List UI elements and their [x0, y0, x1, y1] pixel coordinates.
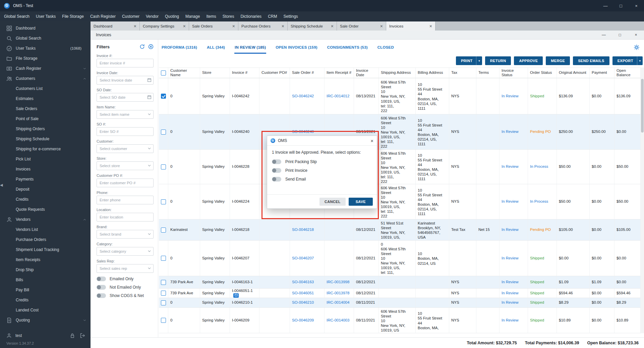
sidebar-item-pick-list[interactable]: Pick List [0, 154, 91, 164]
doc-tab-sale-orders[interactable]: Sale Orders× [189, 21, 238, 31]
menu-settings[interactable]: Settings [283, 14, 298, 19]
modal-option-send-email[interactable]: Send Email [272, 177, 372, 182]
close-tab-icon[interactable]: × [183, 24, 186, 29]
column-header-item-receipt[interactable]: Item Receipt # [325, 68, 354, 78]
column-header-tax[interactable]: Tax [449, 68, 476, 78]
doc-tab-sale-order[interactable]: Sale Order× [337, 21, 386, 31]
doc-tab-purchase-orders[interactable]: Purchase Orders× [238, 21, 288, 31]
column-header-billing-address[interactable]: Billing Address [416, 68, 449, 78]
column-header-customer-name[interactable]: Customer Name [168, 68, 200, 78]
vertical-scrollbar[interactable] [641, 67, 644, 333]
filter-input-customer-po[interactable] [97, 179, 154, 187]
sidebar-item-drop-ship[interactable]: Drop Ship [0, 265, 91, 275]
filter-input-location[interactable] [97, 213, 154, 221]
toggle-switch[interactable] [97, 293, 106, 298]
filter-input-sales-rep[interactable] [97, 264, 154, 273]
filter-toggle-not-emailed-only[interactable]: Not Emailed Only [97, 285, 154, 290]
filter-input-store[interactable] [97, 161, 154, 170]
invoice-row[interactable]: 0Spring ValleyI-0046242SO-0046242IRC-001… [159, 78, 641, 114]
view-tab-in-review-185[interactable]: IN REVIEW (185) [234, 44, 266, 54]
invoice-row[interactable]: KarinatestSpring ValleyI-0046218SO-00462… [159, 219, 641, 241]
row-checkbox[interactable] [161, 199, 166, 204]
item-receipt-link[interactable]: IRC-0013998 [327, 280, 349, 285]
filter-input-category[interactable] [97, 247, 154, 256]
column-header-customer-po[interactable]: Customer PO# [259, 68, 290, 78]
sidebar-item-invoices[interactable]: Invoices [0, 164, 91, 174]
sidebar-item-shipping-for-e-commerce[interactable]: Shipping for e-commerce [0, 144, 91, 154]
row-checkbox[interactable] [161, 130, 166, 135]
view-tab-closed[interactable]: CLOSED [377, 44, 394, 54]
view-tab-all-344[interactable]: ALL (344) [207, 44, 225, 54]
app-close-button[interactable]: × [629, 0, 644, 11]
sale-order-link[interactable]: SO-0046240 [292, 130, 314, 134]
sidebar-item-shipping-orders[interactable]: Shipping Orders [0, 124, 91, 134]
row-checkbox[interactable] [161, 228, 166, 233]
row-checkbox[interactable] [161, 318, 166, 323]
column-header-invoice[interactable]: Invoice # [230, 68, 259, 78]
sidebar-item-file-storage[interactable]: File Storage [0, 53, 91, 63]
filter-toggle-emailed-only[interactable]: Emailed Only [97, 277, 154, 281]
item-receipt-link[interactable]: IRC-0014003 [327, 318, 349, 323]
cancel-button[interactable]: CANCEL [319, 198, 346, 206]
column-header-shipping-address[interactable]: Shipping Address [379, 68, 416, 78]
sidebar-item-pay-bill[interactable]: Pay Bill [0, 285, 91, 295]
invoice-row[interactable]: 739 Park AveSpring ValleyI-0046163-1SO-0… [159, 276, 641, 289]
menu-cash-register[interactable]: Cash Register [90, 14, 116, 19]
menu-user-tasks[interactable]: User Tasks [36, 14, 56, 19]
export-button[interactable]: EXPORT▾ [612, 56, 643, 65]
dialog-close-icon[interactable]: × [370, 138, 373, 143]
filter-toggle-show-cogs-net[interactable]: Show COGS & Net [97, 293, 154, 298]
sidebar-item-credits[interactable]: Credits [0, 194, 91, 204]
sidebar-item-vendors[interactable]: Vendors [0, 214, 91, 225]
save-button[interactable]: SAVE [349, 198, 373, 206]
return-button[interactable]: RETURN [485, 56, 511, 65]
toggle-switch[interactable] [272, 177, 281, 182]
window-maximize-button[interactable]: □ [612, 31, 628, 39]
column-header-invoice-status[interactable]: Invoice Status [500, 68, 528, 78]
item-receipt-link[interactable]: IRC-0014012 [327, 94, 349, 99]
filter-input-item-name[interactable] [97, 110, 154, 119]
clear-filters-icon[interactable] [148, 44, 154, 49]
scrollbar-thumb[interactable] [641, 79, 644, 133]
sidebar-item-dashboard[interactable]: Dashboard [0, 23, 91, 33]
sidebar-item-estimates[interactable]: Estimates [0, 94, 91, 104]
filter-input-phone[interactable] [97, 196, 154, 204]
select-all-checkbox[interactable] [161, 70, 166, 76]
column-header-order-status[interactable]: Order Status [528, 68, 557, 78]
modal-option-print-invoice[interactable]: Print Invoice [272, 168, 372, 173]
sidebar-item-global-search[interactable]: Global Search [0, 33, 91, 43]
merge-button[interactable]: MERGE [546, 56, 570, 65]
row-checkbox[interactable] [161, 94, 166, 99]
sidebar-item-cash-register[interactable]: Cash Register [0, 63, 91, 73]
sidebar-item-credits[interactable]: Credits [0, 295, 91, 305]
sidebar-item-shipment-load-tracking[interactable]: Shipment Load Tracking [0, 245, 91, 255]
invoice-row[interactable]: 0Spring ValleyI-0046207SO-004620708/12/2… [159, 241, 641, 276]
menu-vendor[interactable]: Vendor [146, 14, 159, 19]
sidebar-collapse-icon[interactable]: ◀ [0, 183, 3, 187]
sidebar-item-quote-requests[interactable]: Quote Requests [0, 204, 91, 214]
row-checkbox[interactable] [161, 291, 166, 296]
doc-tab-company-settings[interactable]: Company Settings× [140, 21, 189, 31]
menu-file-storage[interactable]: File Storage [62, 14, 84, 19]
window-minimize-button[interactable]: — [596, 31, 612, 39]
sidebar-item-bills[interactable]: Bills [0, 275, 91, 285]
close-tab-icon[interactable]: × [232, 24, 235, 29]
column-header-sale-order[interactable]: Sale Order # [290, 68, 325, 78]
item-receipt-link[interactable]: IRC-0014004 [327, 300, 349, 305]
sale-order-link[interactable]: SO-0046051 [292, 291, 314, 296]
send-emails-button[interactable]: SEND EMAILS [573, 56, 609, 65]
sidebar-item-quoting[interactable]: Quoting [0, 315, 91, 325]
settings-gear-icon[interactable] [634, 44, 640, 50]
invoice-row[interactable]: 739 Park AveSpring ValleyI-0046051-1SO-0… [159, 289, 641, 298]
dropdown-caret-icon[interactable]: ▾ [476, 56, 482, 65]
invoice-row[interactable]: 0Spring ValleyI-0046210-1SO-0046210IRC-0… [159, 298, 641, 308]
invoice-row[interactable]: 0Spring ValleyI-0046228606 West 57th Str… [159, 150, 641, 184]
filter-input-invoice-date[interactable] [97, 76, 154, 85]
sidebar-item-customers[interactable]: Customers [0, 73, 91, 84]
window-close-button[interactable]: × [628, 31, 644, 39]
close-tab-icon[interactable]: × [134, 24, 136, 29]
sidebar-item-vendors-list[interactable]: Vendors List [0, 225, 91, 235]
toggle-switch[interactable] [97, 277, 106, 281]
doc-tab-invoices[interactable]: Invoices× [386, 21, 435, 31]
menu-items[interactable]: Items [206, 14, 216, 19]
